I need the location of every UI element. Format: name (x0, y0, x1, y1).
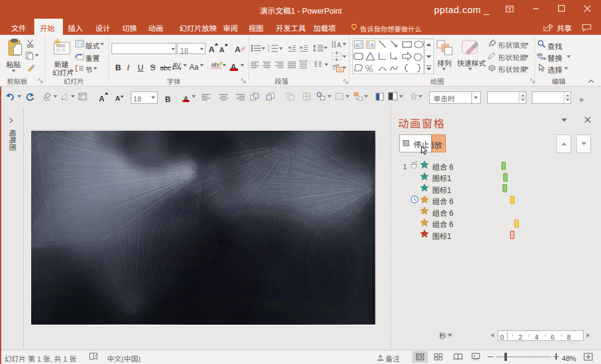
svg-text:3: 3 (268, 50, 270, 53)
svg-text:A: A (337, 42, 341, 49)
svg-text:ac: ac (542, 55, 546, 60)
svg-text:A: A (356, 42, 359, 48)
svg-text:A: A (371, 42, 374, 48)
